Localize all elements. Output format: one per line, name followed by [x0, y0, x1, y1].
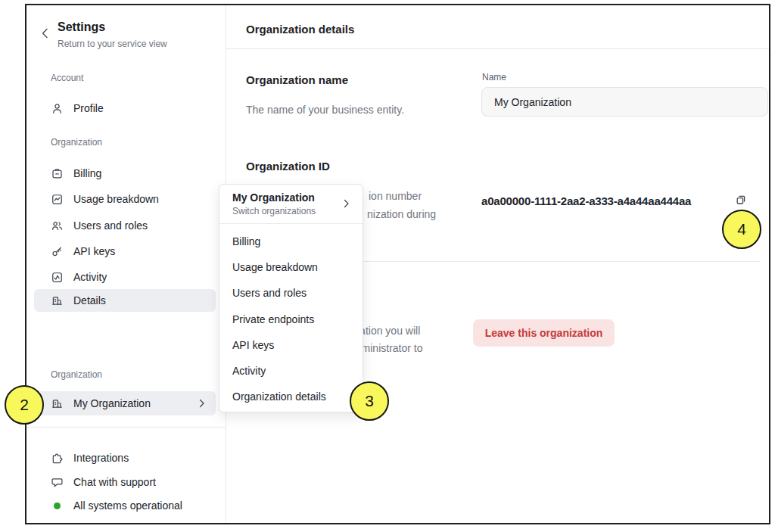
sidebar-item-usage-breakdown[interactable]: Usage breakdown: [34, 188, 216, 210]
sidebar-item-activity[interactable]: Activity: [34, 266, 216, 288]
menu-item-activity[interactable]: Activity: [219, 358, 363, 384]
sidebar-item-system-status[interactable]: All systems operational: [34, 494, 216, 517]
annotation-marker-2: 2: [5, 385, 44, 425]
page-title: Organization details: [246, 23, 354, 36]
menu-item-organization-details[interactable]: Organization details: [219, 384, 363, 409]
puzzle-icon: [51, 452, 64, 465]
org-id-title: Organization ID: [246, 160, 330, 173]
sidebar-item-label: Billing: [73, 167, 101, 179]
sidebar-item-api-keys[interactable]: API keys: [34, 240, 216, 263]
dropdown-header[interactable]: My Organization Switch organizations: [219, 185, 363, 223]
menu-item-billing[interactable]: Billing: [219, 229, 363, 254]
menu-item-private-endpoints[interactable]: Private endpoints: [219, 306, 363, 332]
org-name-input-value: My Organization: [494, 96, 571, 108]
menu-item-users-and-roles[interactable]: Users and roles: [219, 280, 363, 306]
sidebar-item-details[interactable]: Details: [34, 289, 216, 312]
users-icon: [51, 219, 64, 232]
settings-subtitle[interactable]: Return to your service view: [58, 39, 167, 49]
sidebar-item-billing[interactable]: Billing: [34, 162, 216, 185]
org-id-description-line1: ion number: [369, 190, 422, 202]
sidebar-item-my-organization[interactable]: My Organization: [34, 391, 216, 415]
account-section-label: Account: [51, 73, 83, 83]
sidebar-item-label: Activity: [73, 271, 107, 283]
org-name-description: The name of your business entity.: [246, 104, 404, 116]
header-divider: [226, 48, 769, 49]
sidebar-item-label: Usage breakdown: [73, 193, 159, 205]
sidebar-item-users-and-roles[interactable]: Users and roles: [34, 214, 216, 237]
organization-icon: [51, 294, 64, 307]
menu-item-usage-breakdown[interactable]: Usage breakdown: [219, 254, 363, 280]
org-name-title: Organization name: [246, 73, 348, 86]
organization-icon: [51, 397, 64, 410]
chevron-left-icon: [41, 28, 48, 39]
billing-icon: [51, 167, 64, 180]
sidebar-item-label: Profile: [73, 102, 104, 114]
organization-section-label: Organization: [51, 137, 102, 148]
org-name-input[interactable]: My Organization: [481, 87, 768, 117]
copy-org-id-button[interactable]: [732, 191, 750, 209]
status-dot: [54, 502, 61, 509]
org-id-value: a0a00000-1111-2aa2-a333-a4a44aa444aa: [481, 194, 691, 207]
key-icon: [51, 245, 64, 258]
annotation-marker-3: 3: [350, 381, 389, 421]
dropdown-org-subtitle: Switch organizations: [232, 206, 350, 216]
menu-item-api-keys[interactable]: API keys: [219, 332, 363, 358]
sidebar-item-chat-with-support[interactable]: Chat with support: [34, 471, 216, 493]
chevron-right-icon: [344, 199, 350, 208]
organization-dropdown-menu: My Organization Switch organizations Bil…: [219, 184, 363, 412]
org-id-description-line2: nization during: [367, 208, 436, 220]
usage-chart-icon: [51, 193, 64, 206]
dropdown-org-title: My Organization: [232, 191, 350, 204]
copy-icon: [734, 193, 748, 207]
organization-footer-label: Organization: [51, 369, 102, 380]
settings-title: Settings: [58, 20, 105, 34]
leave-organization-button[interactable]: Leave this organization: [473, 319, 615, 347]
sidebar-item-label: My Organization: [73, 397, 151, 409]
name-field-label: Name: [482, 72, 506, 82]
sidebar-item-integrations[interactable]: Integrations: [34, 446, 216, 469]
annotation-marker-4: 4: [722, 210, 761, 249]
back-button[interactable]: [41, 28, 48, 42]
sidebar-item-label: Integrations: [73, 452, 129, 464]
sidebar-item-profile[interactable]: Profile: [34, 97, 216, 120]
sidebar-item-label: API keys: [73, 245, 115, 257]
chat-bubble-icon: [51, 476, 64, 489]
sidebar-item-label: Chat with support: [73, 476, 156, 488]
person-icon: [51, 102, 64, 115]
status-label: All systems operational: [73, 499, 182, 512]
chevron-right-icon: [199, 399, 205, 408]
sidebar-footer-divider: [26, 427, 226, 428]
sidebar-item-label: Users and roles: [73, 219, 148, 232]
activity-icon: [51, 271, 64, 284]
sidebar-item-label: Details: [73, 294, 106, 306]
